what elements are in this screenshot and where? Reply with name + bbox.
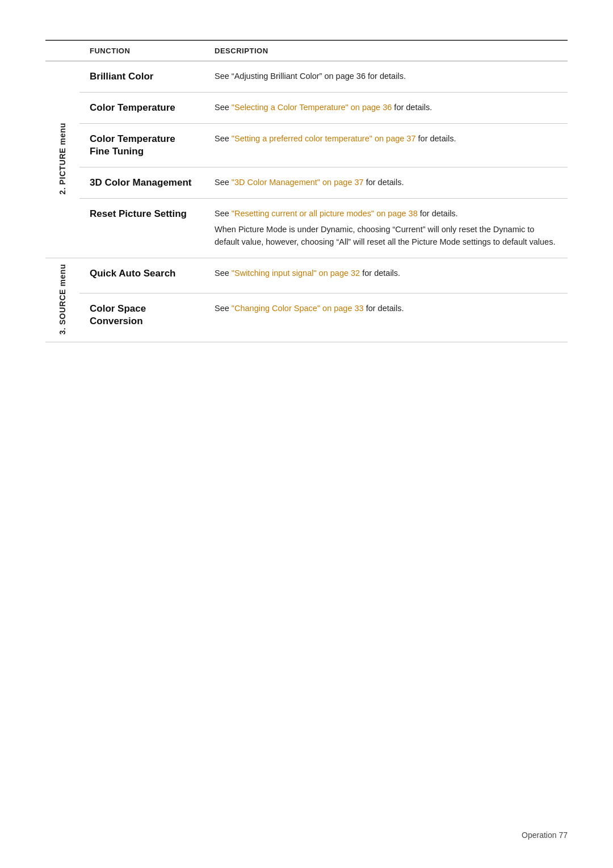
main-table: Function Description 2. PICTURE menuBril… — [45, 40, 568, 342]
description-main: See "Switching input signal" on page 32 … — [215, 267, 557, 280]
description-main: See "Resetting current or all picture mo… — [215, 208, 557, 220]
function-cell: 3D Color Management — [79, 167, 204, 199]
page-container: Function Description 2. PICTURE menuBril… — [0, 0, 613, 388]
description-header-label: Description — [215, 47, 268, 55]
description-cell: See "3D Color Management" on page 37 for… — [204, 167, 568, 199]
table-row: 3. SOURCE menuQuick Auto SearchSee "Swit… — [45, 258, 568, 293]
sidebar-label-0: 2. PICTURE menu — [58, 123, 67, 195]
description-main: See "Setting a preferred color temperatu… — [215, 133, 557, 145]
description-main: See “Adjusting Brilliant Color” on page … — [215, 70, 557, 83]
table-row: Color TemperatureSee "Selecting a Color … — [45, 93, 568, 124]
function-cell: Reset Picture Setting — [79, 199, 204, 258]
description-main: See "Selecting a Color Temperature" on p… — [215, 102, 557, 114]
description-link[interactable]: "Changing Color Space" on page 33 — [232, 304, 364, 313]
table-row: 2. PICTURE menuBrilliant ColorSee “Adjus… — [45, 61, 568, 93]
description-cell: See "Changing Color Space" on page 33 fo… — [204, 293, 568, 342]
function-cell: Color Temperature Fine Tuning — [79, 124, 204, 167]
table-row: Reset Picture SettingSee "Resetting curr… — [45, 199, 568, 258]
description-extra: When Picture Mode is under Dynamic, choo… — [215, 224, 557, 249]
description-link[interactable]: "Selecting a Color Temperature" on page … — [232, 103, 392, 112]
description-main: See "3D Color Management" on page 37 for… — [215, 177, 557, 189]
description-cell: See "Resetting current or all picture mo… — [204, 199, 568, 258]
description-cell: See “Adjusting Brilliant Color” on page … — [204, 61, 568, 93]
description-cell: See "Setting a preferred color temperatu… — [204, 124, 568, 167]
table-row: 3D Color ManagementSee "3D Color Managem… — [45, 167, 568, 199]
th-function: Function — [79, 40, 204, 61]
function-cell: Color Temperature — [79, 93, 204, 124]
description-main: See "Changing Color Space" on page 33 fo… — [215, 303, 557, 315]
page-footer: Operation 77 — [522, 831, 568, 840]
sidebar-label-1: 3. SOURCE menu — [58, 264, 67, 335]
description-link[interactable]: "3D Color Management" on page 37 — [232, 178, 364, 187]
th-sidebar — [45, 40, 79, 61]
sidebar-cell-1: 3. SOURCE menu — [45, 258, 79, 342]
description-cell: See "Switching input signal" on page 32 … — [204, 258, 568, 293]
description-cell: See "Selecting a Color Temperature" on p… — [204, 93, 568, 124]
sidebar-cell-0: 2. PICTURE menu — [45, 61, 79, 258]
description-link[interactable]: "Setting a preferred color temperature" … — [232, 134, 416, 143]
table-row: Color Space ConversionSee "Changing Colo… — [45, 293, 568, 342]
footer-text: Operation 77 — [522, 831, 568, 840]
function-cell: Quick Auto Search — [79, 258, 204, 293]
table-row: Color Temperature Fine TuningSee "Settin… — [45, 124, 568, 167]
description-link[interactable]: "Resetting current or all picture modes"… — [232, 209, 418, 218]
description-link[interactable]: "Switching input signal" on page 32 — [232, 269, 360, 278]
function-header-label: Function — [90, 47, 130, 55]
th-description: Description — [204, 40, 568, 61]
function-cell: Brilliant Color — [79, 61, 204, 93]
function-cell: Color Space Conversion — [79, 293, 204, 342]
